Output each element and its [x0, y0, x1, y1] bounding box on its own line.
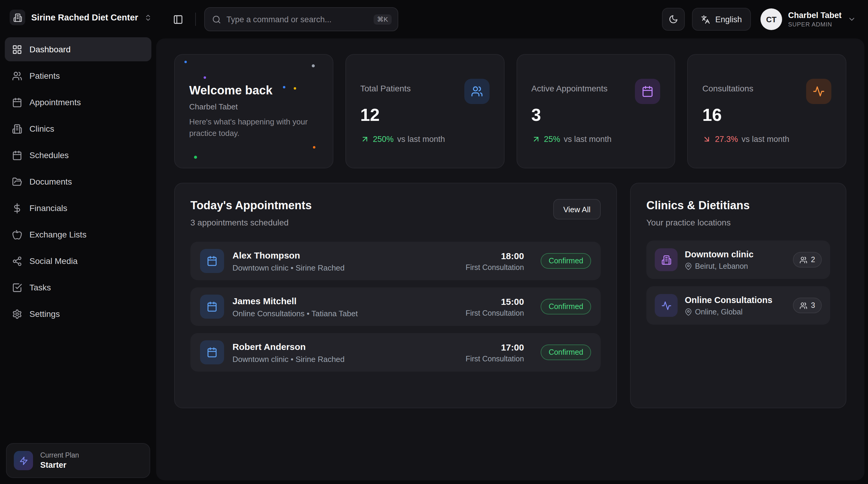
sidebar-item-financials[interactable]: Financials: [5, 196, 151, 220]
sidebar-item-social-media[interactable]: Social Media: [5, 249, 151, 273]
appointment-time: 17:00: [466, 342, 524, 352]
stat-label: Consultations: [703, 79, 753, 93]
theme-toggle-button[interactable]: [662, 8, 684, 31]
folder-icon: [12, 176, 22, 187]
search-input-wrapper[interactable]: ⌘K: [204, 7, 398, 31]
sidebar: Sirine Rached Diet Center Dashboard Pati…: [0, 0, 156, 484]
stat-value: 16: [703, 105, 832, 125]
search-icon: [212, 15, 221, 24]
sidebar-item-dashboard[interactable]: Dashboard: [5, 37, 151, 61]
panel-left-icon: [173, 14, 183, 24]
clinics-title: Clinics & Dietitians: [646, 199, 830, 212]
sidebar-item-settings[interactable]: Settings: [5, 302, 151, 326]
appointments-title: Today's Appointments: [190, 199, 312, 212]
main-row: Today's Appointments 3 appointments sche…: [174, 183, 846, 408]
users-icon: [12, 70, 22, 81]
stat-card-active-appointments: Active Appointments 3 25% vs last month: [516, 54, 676, 168]
calendar-icon: [12, 150, 22, 160]
plan-card[interactable]: Current Plan Starter: [6, 443, 150, 478]
plan-value: Starter: [40, 460, 79, 469]
calendar-icon: [200, 340, 224, 364]
calendar-icon: [200, 294, 224, 319]
sidebar-item-appointments[interactable]: Appointments: [5, 90, 151, 114]
sidebar-item-label: Clinics: [29, 124, 54, 134]
topbar-divider: [195, 12, 196, 26]
sidebar-item-label: Financials: [29, 203, 67, 213]
gear-icon: [12, 309, 22, 319]
content-panel: Welcome back Charbel Tabet Here's what's…: [156, 38, 864, 480]
view-all-button[interactable]: View All: [553, 199, 601, 220]
workspace-name: Sirine Rached Diet Center: [31, 12, 138, 22]
sidebar-item-tasks[interactable]: Tasks: [5, 275, 151, 300]
sidebar-item-label: Documents: [29, 177, 72, 187]
sidebar-item-label: Tasks: [29, 283, 51, 292]
sidebar-item-label: Dashboard: [29, 45, 70, 54]
decor-dot: [283, 86, 285, 88]
stats-row: Welcome back Charbel Tabet Here's what's…: [174, 54, 846, 168]
stat-label: Total Patients: [361, 79, 411, 93]
users-icon: [800, 302, 807, 309]
moon-icon: [668, 15, 678, 24]
trend-value: 27.3%: [715, 135, 738, 144]
chevron-down-icon: [847, 15, 856, 24]
dietitian-count: 3: [811, 301, 815, 310]
calendar-icon: [12, 97, 22, 107]
clinic-row[interactable]: Online Consultations Online, Global 3: [646, 286, 830, 325]
welcome-card: Welcome back Charbel Tabet Here's what's…: [174, 54, 333, 168]
apple-icon: [12, 229, 22, 239]
appointment-row[interactable]: James Mitchell Online Consultations • Ta…: [190, 287, 601, 326]
clinic-location: Beirut, Lebanon: [695, 262, 748, 270]
appointment-row[interactable]: Alex Thompson Downtown clinic • Sirine R…: [190, 242, 601, 280]
appointment-time: 18:00: [466, 250, 524, 261]
users-icon: [464, 79, 489, 104]
stat-card-consultations: Consultations 16 27.3% vs last month: [687, 54, 847, 168]
activity-icon: [655, 294, 678, 317]
clinics-card: Clinics & Dietitians Your practice locat…: [630, 183, 846, 408]
zap-icon: [14, 451, 33, 470]
trend-value: 25%: [544, 135, 560, 144]
sidebar-toggle-button[interactable]: [169, 10, 187, 28]
sidebar-item-documents[interactable]: Documents: [5, 170, 151, 194]
search-input[interactable]: [226, 15, 368, 24]
user-role: SUPER ADMIN: [788, 21, 842, 28]
avatar: CT: [761, 8, 782, 30]
arrow-down-right-icon: [703, 135, 712, 144]
decor-dot: [294, 87, 296, 90]
clinics-list: Downtown clinic Beirut, Lebanon 2: [646, 240, 830, 325]
language-button[interactable]: English: [692, 8, 751, 31]
clinic-row[interactable]: Downtown clinic Beirut, Lebanon 2: [646, 240, 830, 279]
decor-dot: [313, 146, 315, 148]
appointment-type: First Consultation: [466, 309, 524, 317]
sidebar-item-schedules[interactable]: Schedules: [5, 143, 151, 167]
sidebar-item-label: Settings: [29, 309, 60, 319]
trend-text: vs last month: [564, 135, 612, 144]
sidebar-nav: Dashboard Patients Appointments Clinics …: [0, 34, 156, 484]
plan-label: Current Plan: [40, 452, 79, 459]
sidebar-item-clinics[interactable]: Clinics: [5, 117, 151, 141]
sidebar-item-patients[interactable]: Patients: [5, 64, 151, 88]
languages-icon: [701, 15, 710, 24]
activity-icon: [806, 79, 831, 104]
workspace-switcher[interactable]: Sirine Rached Diet Center: [0, 0, 156, 34]
main-area: ⌘K English CT Charbel Tabet SUPER ADMIN: [156, 0, 868, 484]
clinic-name: Downtown clinic: [685, 249, 786, 259]
appointment-time: 15:00: [466, 296, 524, 306]
appointment-row[interactable]: Robert Anderson Downtown clinic • Sirine…: [190, 333, 601, 372]
calendar-icon: [200, 249, 224, 273]
user-menu[interactable]: CT Charbel Tabet SUPER ADMIN: [758, 8, 856, 30]
stat-value: 3: [531, 105, 660, 125]
dietitian-count-pill: 2: [793, 252, 822, 267]
patient-name: Alex Thompson: [232, 250, 457, 260]
decor-dot: [194, 156, 197, 159]
decor-dot: [184, 61, 187, 63]
topbar: ⌘K English CT Charbel Tabet SUPER ADMIN: [156, 0, 868, 38]
patient-name: Robert Anderson: [232, 341, 457, 351]
appointment-details: Downtown clinic • Sirine Rached: [232, 354, 457, 364]
clinic-location: Online, Global: [695, 308, 742, 316]
language-label: English: [715, 15, 742, 24]
dietitian-count-pill: 3: [793, 297, 822, 313]
sidebar-item-label: Exchange Lists: [29, 230, 87, 239]
stat-value: 12: [361, 105, 490, 125]
sidebar-item-exchange-lists[interactable]: Exchange Lists: [5, 223, 151, 247]
stat-card-total-patients: Total Patients 12 250% vs last month: [345, 54, 504, 168]
